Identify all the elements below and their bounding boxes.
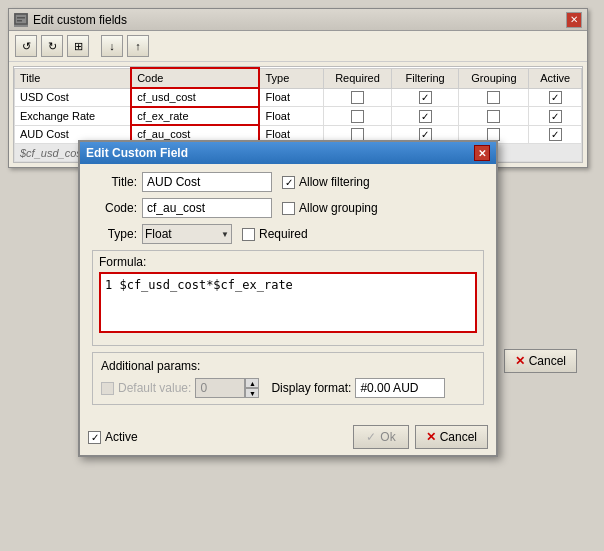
cell-type: Float (259, 107, 323, 126)
formula-box-wrapper: 1 $cf_usd_cost*$cf_ex_rate (99, 272, 477, 333)
required-checkbox[interactable] (351, 110, 364, 123)
cell-active[interactable] (529, 107, 582, 126)
allow-grouping-label: Allow grouping (299, 201, 378, 215)
refresh-button[interactable]: ↺ (15, 35, 37, 57)
table-row[interactable]: USD Cost cf_usd_cost Float (15, 88, 582, 107)
required-checkbox[interactable] (351, 91, 364, 104)
active-checkbox-footer[interactable] (88, 431, 101, 444)
cell-type: Float (259, 88, 323, 107)
header-code: Code (131, 68, 259, 88)
default-value-group: Default value: ▲ ▼ (101, 378, 259, 398)
cell-active[interactable] (529, 88, 582, 107)
formula-input[interactable]: 1 $cf_usd_cost*$cf_ex_rate (103, 276, 473, 326)
outer-window-title: Edit custom fields (33, 13, 127, 27)
cell-active[interactable] (529, 125, 582, 144)
cell-code: cf_ex_rate (131, 107, 259, 126)
inner-dialog: Edit Custom Field ✕ Title: Allow filteri… (78, 140, 498, 457)
cancel-icon: ✕ (426, 430, 436, 444)
title-input[interactable] (142, 172, 272, 192)
move-down-button[interactable]: ↓ (101, 35, 123, 57)
header-filtering: Filtering (391, 68, 459, 88)
cell-title: Exchange Rate (15, 107, 132, 126)
required-checkbox-dialog[interactable] (242, 228, 255, 241)
grouping-checkbox[interactable] (487, 91, 500, 104)
title-row: Title: Allow filtering (92, 172, 484, 192)
required-label: Required (259, 227, 308, 241)
formula-section: Formula: 1 $cf_usd_cost*$cf_ex_rate (92, 250, 484, 346)
formula-label: Formula: (99, 255, 477, 269)
display-format-input[interactable] (355, 378, 445, 398)
header-required: Required (324, 68, 392, 88)
ok-label: Ok (380, 430, 395, 444)
type-row: Type: Float ▼ Required (92, 224, 484, 244)
cell-title: USD Cost (15, 88, 132, 107)
inner-close-button[interactable]: ✕ (474, 145, 490, 161)
dialog-footer: Active ✓ Ok ✕ Cancel (80, 421, 496, 455)
outer-close-button[interactable]: ✕ (566, 12, 582, 28)
allow-grouping-checkbox[interactable] (282, 202, 295, 215)
cell-required[interactable] (324, 88, 392, 107)
ok-check-icon: ✓ (366, 430, 376, 444)
display-format-label: Display format: (271, 381, 351, 395)
svg-rect-1 (17, 17, 25, 19)
active-row: Active (88, 430, 138, 444)
allow-filtering-label: Allow filtering (299, 175, 370, 189)
type-select[interactable]: Float ▼ (142, 224, 232, 244)
active-checkbox[interactable] (549, 110, 562, 123)
header-grouping: Grouping (459, 68, 529, 88)
cancel-button[interactable]: ✕ Cancel (415, 425, 488, 449)
active-checkbox[interactable] (549, 128, 562, 141)
title-label: Title: (92, 175, 137, 189)
cancel-label: Cancel (440, 430, 477, 444)
outer-titlebar: Edit custom fields ✕ (9, 9, 587, 31)
dialog-body: Title: Allow filtering Code: Allow group… (80, 164, 496, 421)
type-label: Type: (92, 227, 137, 241)
redo-button[interactable]: ↻ (41, 35, 63, 57)
table-header-row: Title Code Type Required Filtering Group… (15, 68, 582, 88)
filtering-checkbox[interactable] (419, 91, 432, 104)
ok-button[interactable]: ✓ Ok (353, 425, 408, 449)
additional-params-section: Additional params: Default value: ▲ ▼ Di… (92, 352, 484, 405)
header-title: Title (15, 68, 132, 88)
outer-toolbar: ↺ ↻ ⊞ ↓ ↑ (9, 31, 587, 62)
move-up-button[interactable]: ↑ (127, 35, 149, 57)
active-checkbox[interactable] (549, 91, 562, 104)
dropdown-arrow-icon: ▼ (221, 230, 229, 239)
params-title: Additional params: (101, 359, 475, 373)
allow-filtering-checkbox[interactable] (282, 176, 295, 189)
default-value-label: Default value: (118, 381, 191, 395)
add-button[interactable]: ⊞ (67, 35, 89, 57)
active-label: Active (105, 430, 138, 444)
filtering-checkbox[interactable] (419, 110, 432, 123)
table-row[interactable]: Exchange Rate cf_ex_rate Float (15, 107, 582, 126)
type-value: Float (145, 227, 172, 241)
cell-required[interactable] (324, 107, 392, 126)
cell-grouping[interactable] (459, 107, 529, 126)
cancel-x-icon: ✕ (515, 354, 525, 368)
footer-buttons: ✓ Ok ✕ Cancel (353, 425, 488, 449)
spin-down-button[interactable]: ▼ (245, 388, 259, 398)
header-type: Type (259, 68, 323, 88)
spin-up-button[interactable]: ▲ (245, 378, 259, 388)
spinner-buttons: ▲ ▼ (245, 378, 259, 398)
inner-dialog-title: Edit Custom Field (86, 146, 188, 160)
cell-filtering[interactable] (391, 88, 459, 107)
grouping-checkbox[interactable] (487, 110, 500, 123)
params-row: Default value: ▲ ▼ Display format: (101, 378, 475, 398)
code-row: Code: Allow grouping (92, 198, 484, 218)
cell-grouping[interactable] (459, 88, 529, 107)
display-format-group: Display format: (271, 378, 445, 398)
code-input[interactable] (142, 198, 272, 218)
default-value-checkbox[interactable] (101, 382, 114, 395)
default-value-input[interactable] (195, 378, 245, 398)
window-icon (14, 13, 28, 27)
header-active: Active (529, 68, 582, 88)
outer-cancel-button[interactable]: ✕ Cancel (504, 349, 577, 373)
inner-titlebar: Edit Custom Field ✕ (80, 142, 496, 164)
outer-cancel-label: Cancel (529, 354, 566, 368)
svg-rect-0 (15, 14, 27, 24)
code-label: Code: (92, 201, 137, 215)
svg-rect-2 (17, 20, 22, 22)
cell-code: cf_usd_cost (131, 88, 259, 107)
cell-filtering[interactable] (391, 107, 459, 126)
